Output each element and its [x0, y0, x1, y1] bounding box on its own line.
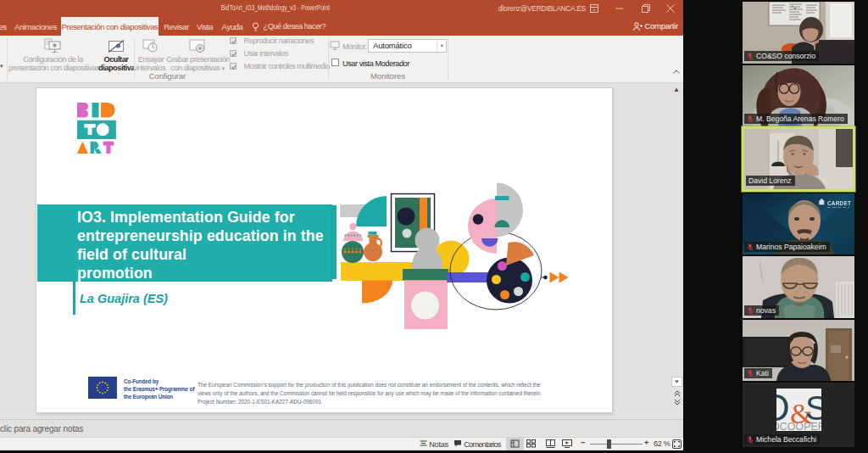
slideshow-options: Reproducir narraciones Usar intervalos M… — [230, 31, 330, 70]
ribbon-display-options-icon — [590, 4, 598, 13]
slideshow-view-icon — [562, 439, 572, 448]
comments-button[interactable]: Comentarios — [453, 439, 501, 449]
play-narrations-checkbox-row[interactable]: Reproducir narraciones — [230, 31, 330, 44]
close-button[interactable] — [659, 0, 682, 17]
tab-presentacion-con-diapositivas[interactable]: Presentación con diapositivas — [61, 17, 159, 36]
next-slide-button[interactable] — [674, 399, 681, 405]
tab-revisar[interactable]: Revisar — [160, 17, 192, 36]
slide-canvas[interactable]: IO3. Implementation Guide for entreprene… — [36, 87, 613, 413]
slide-editor-area: IO3. Implementation Guide for entreprene… — [0, 83, 683, 419]
slide-sorter-icon — [526, 439, 536, 448]
hide-slide-label-1: Ocultar — [98, 55, 134, 64]
restore-button[interactable] — [635, 0, 657, 17]
disclaimer-line: views only of the authors, and the Commi… — [198, 389, 542, 398]
notes-toggle-button[interactable]: Notas — [420, 439, 448, 449]
dropdown-arrow-icon[interactable]: ▼ — [437, 40, 446, 52]
rehearse-timings-icon — [142, 38, 159, 55]
participant-name: Michela Beccafichi — [756, 434, 816, 445]
muted-mic-icon — [747, 307, 754, 315]
fit-slide-button[interactable] — [672, 439, 682, 450]
tab-animaciones[interactable]: Animaciones — [14, 17, 57, 36]
setup-slideshow-label-2: presentación con diapositivas — [8, 64, 97, 72]
ribbon-tab-row: es Animaciones Presentación con diaposit… — [0, 17, 683, 36]
slideshow-view-button[interactable] — [562, 439, 572, 450]
chevron-up-icon — [673, 69, 680, 76]
monitor-dropdown-value: Automático — [373, 41, 412, 50]
scroll-up-button[interactable]: ▲ — [673, 86, 680, 93]
tab-vista[interactable]: Vista — [192, 17, 217, 36]
muted-mic-icon — [747, 115, 754, 123]
normal-view-icon — [506, 438, 524, 450]
group-separator — [7, 37, 8, 80]
eu-flag — [88, 377, 117, 399]
slide-title-line-1: IO3. Implementation Guide for — [77, 208, 332, 226]
rehearse-timings-label-1: Ensayar — [136, 55, 166, 64]
participant-tile-begona[interactable]: M. Begoña Arenas Romero — [743, 65, 854, 126]
show-media-controls-checkbox[interactable] — [230, 63, 236, 70]
muted-mic-icon — [747, 370, 754, 378]
notes-toggle-label: Notas — [429, 440, 448, 449]
zoom-slider-track[interactable] — [590, 444, 643, 445]
title-bar: BidToArt_IO3_Methdology_v3 - PowerPoint … — [0, 0, 683, 17]
monitor-dropdown[interactable]: Automático ▼ — [368, 39, 447, 53]
presenter-view-checkbox[interactable] — [331, 59, 339, 66]
account-name: dlorenz@VERDIBLANCA.ES — [498, 4, 586, 13]
zoom-level[interactable]: 62 % — [654, 439, 670, 448]
meeting-participants-panel: CO&SO consorzio — [683, 0, 868, 453]
status-bar: Notas Comentarios − + 62 % — [0, 437, 683, 450]
powerpoint-window: BidToArt_IO3_Methdology_v3 - PowerPoint … — [0, 0, 683, 450]
scroll-down-button[interactable] — [671, 377, 682, 387]
play-narrations-checkbox[interactable] — [230, 37, 236, 44]
setup-slideshow-label-1: Configuración de la — [8, 55, 97, 64]
previous-slide-button[interactable] — [674, 390, 681, 397]
setup-slideshow-icon — [44, 38, 63, 55]
reading-view-icon — [546, 439, 555, 448]
hide-slide-label-2: diapositiva — [98, 64, 134, 72]
slide-title-line-4: promotion — [77, 264, 332, 282]
participant-tile-novas[interactable]: novas — [743, 256, 854, 318]
check-icon — [231, 51, 237, 58]
participant-tile-kati[interactable]: Kati — [743, 320, 854, 381]
normal-view-button[interactable] — [506, 438, 524, 450]
check-icon — [231, 38, 237, 45]
collapse-ribbon-button[interactable] — [670, 69, 682, 79]
muted-mic-icon — [747, 243, 754, 251]
participant-name: Kati — [756, 368, 769, 378]
svg-text:CARDET: CARDET — [827, 200, 851, 206]
tab-transiciones-cut[interactable]: es — [0, 17, 8, 36]
slide-title-line-2: entrepreneurship education in the — [77, 226, 332, 245]
zoom-in-button[interactable]: + — [644, 439, 648, 447]
show-media-controls-checkbox-row[interactable]: Mostrar controles multimedia — [230, 57, 330, 70]
notes-pane[interactable]: clic para agregar notas — [0, 419, 683, 437]
participant-tile-coso[interactable]: CO&SO consorzio — [743, 2, 854, 64]
record-slideshow-icon — [188, 38, 207, 55]
monitor-label: Monitor: — [342, 42, 367, 51]
show-media-controls-label: Mostrar controles multimedia — [243, 62, 329, 70]
cofunded-text: Co-Funded by the Erasmus+ Programme of t… — [124, 378, 194, 400]
cut-dropdown-arrow[interactable]: ▾ — [0, 63, 3, 70]
notes-placeholder: clic para agregar notas — [0, 424, 83, 433]
use-timings-checkbox[interactable] — [230, 50, 236, 57]
participant-name-bar: novas — [744, 305, 779, 316]
record-slideshow-label-2: con diapositivas — [170, 64, 220, 72]
ribbon-display-options-button[interactable] — [583, 0, 605, 17]
zoom-out-button[interactable]: − — [581, 439, 585, 447]
bidtoart-logo — [77, 103, 116, 154]
setup-slideshow-button[interactable]: Configuración de la presentación con dia… — [8, 36, 97, 83]
slide-sorter-view-button[interactable] — [526, 439, 536, 450]
share-label: Compartir — [644, 21, 677, 31]
participant-tile-michela[interactable]: D & S OCOOPER Michela Beccafichi — [743, 383, 854, 447]
share-button[interactable]: Compartir — [632, 17, 678, 36]
minimize-button[interactable] — [609, 0, 631, 17]
comments-icon — [453, 439, 462, 448]
close-icon — [666, 4, 675, 13]
zoom-slider-handle[interactable] — [607, 439, 611, 449]
reading-view-button[interactable] — [546, 439, 555, 450]
share-person-icon — [632, 17, 643, 36]
participant-tile-david[interactable]: David Lorenz — [744, 129, 853, 189]
disclaimer-line: The European Commission's support for th… — [198, 381, 542, 389]
participant-tile-marinos[interactable]: CARDET Marinos Papaioakeim — [743, 193, 854, 254]
slide-title-line-3: field of cultural — [77, 245, 332, 264]
use-timings-checkbox-row[interactable]: Usar intervalos — [230, 44, 330, 57]
presenter-view-label: Usar vista Moderador — [342, 59, 409, 68]
